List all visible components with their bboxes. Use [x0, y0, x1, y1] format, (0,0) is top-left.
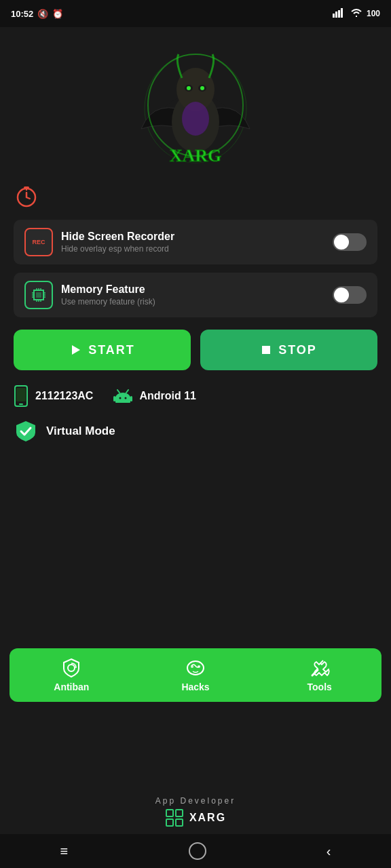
nav-tools-label: Tools	[308, 682, 332, 692]
android-version-item: Android 11	[113, 389, 196, 403]
svg-rect-40	[115, 397, 130, 402]
svg-rect-21	[36, 292, 41, 298]
svg-rect-16	[24, 186, 29, 189]
wifi-icon	[350, 8, 362, 20]
device-info: 2112123AC Android 11	[14, 382, 377, 410]
hide-recorder-subtitle: Hide overlay esp when record	[61, 244, 333, 254]
svg-line-44	[126, 390, 128, 393]
time-display: 10:52	[11, 9, 33, 19]
hide-recorder-row: REC Hide Screen Recorder Hide overlay es…	[14, 220, 377, 264]
alarm-icon: ⏰	[52, 9, 63, 19]
virtual-mode-row: Virtual Mode	[14, 419, 377, 443]
svg-rect-3	[341, 8, 343, 18]
developer-name: XARG	[165, 808, 226, 827]
stop-button[interactable]: STOP	[200, 330, 377, 370]
rec-icon: REC	[24, 228, 53, 256]
hide-recorder-toggle[interactable]	[333, 233, 367, 251]
nav-hacks[interactable]: Hacks	[134, 648, 258, 702]
main-content: REC Hide Screen Recorder Hide overlay es…	[0, 176, 391, 457]
svg-point-42	[125, 397, 127, 399]
svg-rect-53	[166, 810, 173, 816]
cpu-icon	[24, 281, 53, 309]
memory-feature-subtitle: Use memory feature (risk)	[61, 297, 333, 307]
status-left: 10:52 🔇 ⏰	[11, 9, 63, 19]
svg-rect-45	[113, 396, 115, 401]
menu-nav-icon[interactable]: ≡	[60, 844, 69, 859]
svg-rect-1	[335, 12, 337, 18]
phone-icon	[14, 385, 29, 407]
tools-icon	[310, 658, 330, 678]
device-id-item: 2112123AC	[14, 385, 93, 407]
logo-area: XARG	[0, 27, 391, 176]
svg-rect-56	[176, 819, 183, 826]
svg-point-50	[191, 665, 193, 668]
svg-point-41	[119, 397, 122, 399]
svg-point-48	[68, 665, 75, 671]
svg-rect-55	[166, 819, 173, 826]
svg-rect-37	[19, 403, 23, 405]
android-icon	[113, 389, 132, 403]
app-logo: XARG	[134, 41, 257, 170]
status-bar: 10:52 🔇 ⏰ 100	[0, 0, 391, 27]
nav-antiban[interactable]: Antiban	[10, 648, 134, 702]
back-nav-icon[interactable]: ‹	[327, 844, 331, 859]
nav-hacks-label: Hacks	[181, 682, 209, 692]
start-button[interactable]: START	[14, 330, 191, 370]
developer-name-text: XARG	[189, 812, 226, 824]
svg-rect-47	[115, 401, 130, 403]
device-id-value: 2112123AC	[35, 390, 93, 402]
svg-line-43	[117, 390, 119, 393]
svg-rect-0	[333, 14, 335, 18]
svg-rect-35	[262, 346, 270, 354]
svg-rect-54	[176, 810, 183, 816]
shield-check-icon	[14, 419, 38, 443]
memory-feature-text: Memory Feature Use memory feature (risk)	[61, 283, 333, 307]
svg-point-11	[187, 86, 191, 90]
buttons-row: START STOP	[14, 330, 377, 370]
status-right: 100	[333, 8, 380, 20]
battery-display: 100	[367, 9, 380, 18]
hacks-icon	[185, 658, 206, 678]
system-nav-bar: ≡ ‹	[0, 834, 391, 868]
nav-antiban-label: Antiban	[54, 682, 89, 692]
hide-recorder-title: Hide Screen Recorder	[61, 231, 333, 243]
signal-icon	[333, 8, 346, 20]
svg-point-12	[200, 86, 204, 90]
svg-point-51	[198, 665, 200, 668]
timer-section	[14, 183, 377, 209]
hide-recorder-text: Hide Screen Recorder Hide overlay esp wh…	[61, 231, 333, 254]
android-version-value: Android 11	[139, 390, 196, 402]
timer-icon	[14, 183, 39, 209]
svg-point-8	[182, 102, 209, 136]
bottom-nav: Antiban Hacks Tools	[10, 648, 381, 702]
antiban-icon	[61, 658, 81, 678]
svg-line-19	[26, 197, 30, 199]
virtual-mode-label: Virtual Mode	[46, 425, 115, 438]
nav-tools[interactable]: Tools	[257, 648, 381, 702]
svg-marker-34	[72, 345, 80, 355]
svg-rect-38	[16, 388, 26, 401]
grid-icon	[165, 808, 184, 827]
memory-feature-title: Memory Feature	[61, 283, 333, 296]
home-nav-icon[interactable]	[189, 842, 206, 860]
svg-rect-46	[130, 396, 132, 401]
developer-section: App Developer XARG	[0, 796, 391, 827]
memory-feature-row: Memory Feature Use memory feature (risk)	[14, 273, 377, 317]
mute-icon: 🔇	[37, 9, 48, 19]
memory-feature-toggle[interactable]	[333, 286, 367, 304]
svg-rect-2	[338, 10, 340, 18]
developer-label: App Developer	[155, 796, 236, 806]
